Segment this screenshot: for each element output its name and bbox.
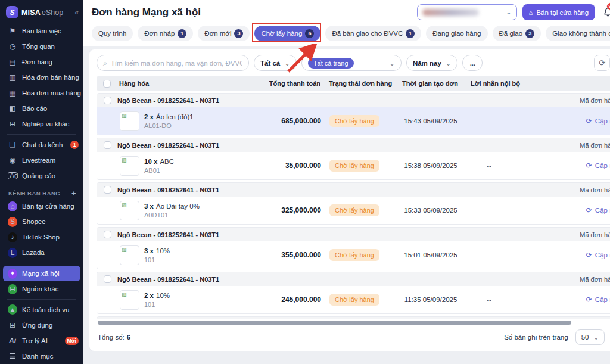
sidebar-item[interactable]: ❏ Chat đa kênh 1 <box>0 137 83 153</box>
update-status-button[interactable]: ⟳ Cập nhật trạng thái ⌄ <box>509 251 610 259</box>
apps-icon: ⊞ <box>8 321 17 329</box>
more-filters-button[interactable]: ... <box>462 55 483 71</box>
sell-at-store-button[interactable]: ⌂ Bán tại cửa hàng <box>522 4 596 20</box>
order-row[interactable]: ▧ 2 xÁo len (đỏ)1 AL01-DO 685,000.000 Ch… <box>97 107 610 135</box>
sidebar-item[interactable]: ▦ Hóa đơn mua hàng <box>0 85 83 101</box>
order-checkbox[interactable] <box>104 97 111 104</box>
select-all-checkbox[interactable] <box>103 80 111 88</box>
sidebar-item[interactable]: ⊟ Nguồn khác <box>0 281 83 297</box>
search-input[interactable] <box>111 60 242 67</box>
sidebar-item[interactable]: ♪ TikTok Shop <box>0 229 83 245</box>
order-group-header: Ngô Beean - 0918252641 - N03T1 Mã đơn hà… <box>97 138 610 152</box>
update-status-label: Cập nhật trạng thái <box>595 117 610 125</box>
catalog-icon: ☰ <box>8 352 17 360</box>
per-page-select[interactable]: 50 ⌄ <box>575 329 605 345</box>
chevron-down-icon: ⌄ <box>446 59 452 67</box>
product-cell: ▧ 10 xABC AB01 <box>117 156 266 176</box>
tab[interactable]: Đơn nháp 1 <box>138 26 193 41</box>
sidebar-item-badge: Mới <box>65 337 79 345</box>
sidebar-bottom-group: ▲ Kế toán dịch vụ ⊞ Ứng dụng Ai Trợ lý A… <box>0 302 83 364</box>
order-customer: Ngô Beean - 0918252641 - N03T1 <box>117 186 219 194</box>
filter-all-select[interactable]: Tất cả ⌄ <box>254 55 297 71</box>
brand-eshop: eShop <box>42 8 63 17</box>
tab[interactable]: Đã bàn giao cho ĐVVC 1 <box>325 26 421 41</box>
sidebar-item-label: Quảng cáo <box>22 172 55 179</box>
divider <box>7 186 76 186</box>
total-count: Tổng số:6 <box>98 334 130 341</box>
sidebar-channels-a: ⌂ Bán tại cửa hàng S Shopee ♪ TikTok Sho… <box>0 198 83 260</box>
accounting-icon: ▲ <box>8 304 17 315</box>
refresh-button[interactable]: ⟳ <box>594 55 610 71</box>
sidebar-item[interactable]: L Lazada <box>0 245 83 260</box>
sidebar-item[interactable]: S Shopee <box>0 214 83 229</box>
update-status-button[interactable]: ⟳ Cập nhật trạng thái ⌄ <box>509 295 610 304</box>
sidebar-item[interactable]: ◧ Báo cáo <box>0 101 83 116</box>
ads-icon: Ad <box>8 172 17 179</box>
store-selector[interactable]: ⌄ <box>417 4 517 20</box>
tab[interactable]: Quy trình <box>92 26 133 41</box>
product-name: 10% <box>156 247 170 254</box>
update-status-button[interactable]: ⟳ Cập nhật trạng thái ⌄ <box>509 117 610 125</box>
sidebar-item-badge: 1 <box>70 141 79 149</box>
sync-icon: ⟳ <box>586 251 592 259</box>
ellipsis-icon: ... <box>470 60 476 67</box>
order-checkbox[interactable] <box>104 275 111 283</box>
order-checkbox[interactable] <box>104 186 111 194</box>
sidebar-item[interactable]: ⊞ Ứng dụng <box>0 318 83 333</box>
order-group: Ngô Beean - 0918252641 - N03T1 Mã đơn hà… <box>97 182 610 225</box>
sidebar-item[interactable]: ▥ Hóa đơn bán hàng <box>0 70 83 85</box>
sidebar-item[interactable]: ☰ Danh mục <box>0 349 83 364</box>
main-area: Đơn hàng Mạng xã hội ⌄ ⌂ Bán tại cửa hàn… <box>83 0 610 364</box>
divider <box>7 299 76 300</box>
product-name: Áo len (đỏ)1 <box>156 113 194 120</box>
search-box[interactable]: ⌕ <box>97 55 249 71</box>
refresh-icon: ⟳ <box>599 58 605 67</box>
sidebar-collapse-icon[interactable]: « <box>74 8 79 17</box>
brand: S MISA eShop « <box>0 4 83 23</box>
sidebar-item-label: Trợ lý AI <box>22 337 48 344</box>
sidebar-item[interactable]: ▲ Kế toán dịch vụ <box>0 302 83 318</box>
sidebar-item[interactable]: Ai Trợ lý AI Mới <box>0 333 83 349</box>
update-status-button[interactable]: ⟳ Cập nhật trạng thái ⌄ <box>509 161 610 170</box>
order-checkbox[interactable] <box>104 231 111 238</box>
order-row[interactable]: ▧ 10 xABC AB01 35,000.000 Chờ lấy hàng 1… <box>97 152 610 179</box>
per-page-value: 50 <box>581 334 589 341</box>
tab[interactable]: Đang giao hàng <box>426 26 487 41</box>
broken-image-icon: ▧ <box>122 202 127 208</box>
page-scope-select[interactable]: Tất cả trang ⌄ <box>301 55 402 71</box>
update-status-button[interactable]: ⟳ Cập nhật trạng thái ⌄ <box>509 206 610 214</box>
tab-label: Đang giao hàng <box>432 30 481 37</box>
sidebar-item[interactable]: ▤ Đơn hàng <box>0 54 83 70</box>
status-badge: Chờ lấy hàng <box>329 294 379 306</box>
sidebar-item[interactable]: ⌂ Bán tại cửa hàng <box>0 198 83 214</box>
order-row[interactable]: ▧ 2 x10% 101 245,000.000 Chờ lấy hàng 11… <box>97 286 610 313</box>
time-filter-select[interactable]: Năm nay ⌄ <box>406 55 458 71</box>
section-label: KÊNH BÁN HÀNG <box>8 190 60 197</box>
order-row[interactable]: ▧ 3 xÁo Dài tay 0% A0DT01 325,000.000 Ch… <box>97 197 610 224</box>
sidebar-item[interactable]: ⚑ Bàn làm việc <box>0 23 83 39</box>
order-row[interactable]: ▧ 3 x10% 101 355,000.000 Chờ lấy hàng 15… <box>97 241 610 269</box>
tab[interactable]: Đã giao 3 <box>493 26 541 41</box>
horizontal-scrollbar[interactable] <box>98 321 571 325</box>
order-checkbox[interactable] <box>104 141 111 149</box>
sidebar-item-label: Kế toán dịch vụ <box>22 306 69 313</box>
column-header: Thời gian tạo đơn <box>392 80 468 87</box>
sidebar-item[interactable]: ◷ Tổng quan <box>0 39 83 54</box>
add-channel-button[interactable]: + <box>71 189 76 198</box>
sidebar-section-channels: KÊNH BÁN HÀNG + <box>0 189 83 199</box>
sidebar-item[interactable]: ⊞ Nghiệp vụ khác <box>0 116 83 132</box>
product-cell: ▧ 2 x10% 101 <box>117 290 266 310</box>
sidebar-item[interactable]: ◉ Livestream <box>0 153 83 168</box>
sidebar-item[interactable]: ✦ Mạng xã hội <box>3 266 80 281</box>
chevron-down-icon: ⌄ <box>389 59 395 67</box>
tab[interactable]: Đơn mới 3 <box>198 26 250 41</box>
product-thumbnail: ▧ <box>120 201 139 220</box>
tab[interactable]: Giao không thành công <box>546 26 610 41</box>
order-customer: Ngô Beean - 0918252641 - N03T1 <box>117 231 219 238</box>
tab-label: Chờ lấy hàng <box>261 30 302 37</box>
sidebar-item[interactable]: Ad Quảng cáo <box>0 168 83 183</box>
tab[interactable]: Chờ lấy hàng 6 <box>254 26 320 41</box>
sync-icon: ⟳ <box>586 117 592 125</box>
notification-bell-button[interactable]: 99+ <box>600 5 610 20</box>
order-group-header: Ngô Beean - 0918252641 - N03T1 Mã đơn hà… <box>97 94 610 107</box>
